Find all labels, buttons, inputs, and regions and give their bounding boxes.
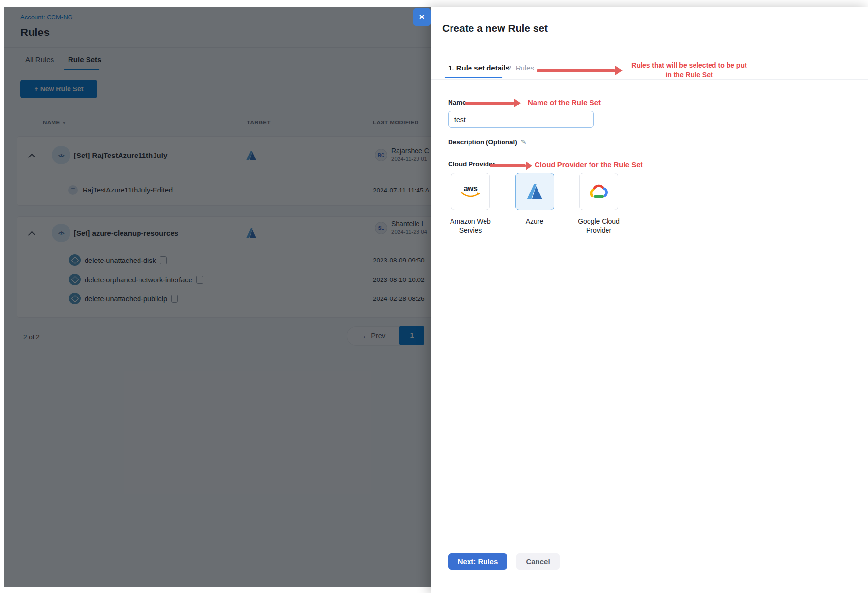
provider-card-gcp[interactable] <box>579 173 618 210</box>
azure-logo-icon <box>526 183 543 200</box>
provider-label-gcp: Google Cloud Provider <box>570 217 628 235</box>
provider-label-azure: Azure <box>505 217 564 226</box>
screen: Account: CCM-NG Rules All Rules Rule Set… <box>0 0 868 593</box>
modal-dim-overlay[interactable] <box>4 7 431 587</box>
annotation-arrow-tip <box>514 99 521 107</box>
name-input[interactable] <box>448 111 594 128</box>
annotation-arrow <box>465 102 514 105</box>
next-rules-button[interactable]: Next: Rules <box>448 553 507 570</box>
aws-logo: aws <box>464 185 478 192</box>
step-rules[interactable]: 2. Rules <box>507 64 534 72</box>
description-label-text: Description (Optional) <box>448 139 517 146</box>
name-label: Name <box>448 99 466 106</box>
provider-card-azure-selected[interactable] <box>515 173 554 210</box>
annotation-name: Name of the Rule Set <box>528 98 601 106</box>
aws-smile-icon <box>460 192 481 198</box>
drawer-title: Create a new Rule set <box>442 22 548 34</box>
edit-pencil-icon[interactable]: ✎ <box>521 138 527 146</box>
annotation-arrow-tip <box>615 66 623 75</box>
provider-card-aws[interactable]: aws <box>451 173 490 210</box>
create-rule-set-drawer: Create a new Rule set 1. Rule set detail… <box>431 7 868 593</box>
annotation-cloud-provider: Cloud Provider for the Rule Set <box>535 160 643 169</box>
cloud-provider-label: Cloud Provider <box>448 160 495 168</box>
cancel-button[interactable]: Cancel <box>516 553 560 570</box>
provider-label-aws: Amazon Web Servies <box>441 217 500 235</box>
gcp-logo-icon <box>589 184 609 199</box>
close-drawer-button[interactable]: × <box>413 8 431 26</box>
annotation-arrow-tip <box>526 161 532 170</box>
annotation-line: in the Rule Set <box>624 70 754 80</box>
divider <box>431 56 868 56</box>
annotation-arrow <box>537 69 615 72</box>
step-rule-set-details[interactable]: 1. Rule set details <box>448 64 510 72</box>
annotation-rules-step: Rules that will be selected to be put in… <box>624 60 754 80</box>
annotation-line: Rules that will be selected to be put <box>624 60 754 70</box>
annotation-arrow <box>490 164 526 167</box>
active-step-underline <box>445 77 502 78</box>
description-label: Description (Optional) ✎ <box>448 138 526 146</box>
